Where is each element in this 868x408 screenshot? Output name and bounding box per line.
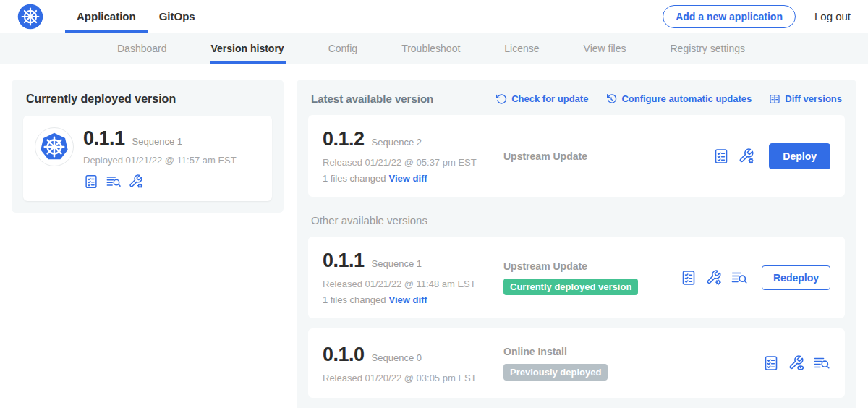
subnav-registry-settings[interactable]: Registry settings	[668, 33, 746, 64]
diff-versions-link[interactable]: Diff versions	[769, 93, 842, 105]
tab-gitops[interactable]: GitOps	[148, 0, 207, 33]
latest-version-title: Latest available version	[311, 93, 433, 105]
available-versions-panel: Latest available version Check for updat…	[297, 80, 856, 408]
subnav-config[interactable]: Config	[327, 33, 359, 64]
files-changed-label: 1 files changed	[323, 294, 386, 305]
preflight-checklist-icon[interactable]	[680, 269, 697, 286]
deployed-panel-title: Currently deployed version	[23, 93, 272, 106]
view-logs-icon[interactable]	[106, 174, 122, 190]
subnav-troubleshoot[interactable]: Troubleshoot	[400, 33, 461, 64]
kubernetes-logo-icon	[17, 4, 43, 30]
schedule-update-icon	[605, 93, 617, 105]
app-header: Application GitOps Add a new application…	[0, 0, 868, 33]
subnav-license[interactable]: License	[503, 33, 540, 64]
deployed-sequence-label: Sequence 1	[132, 136, 182, 147]
deploy-button[interactable]: Deploy	[769, 143, 830, 169]
version-card-0-1-2: 0.1.2 Sequence 2 Released 01/21/22 @ 05:…	[308, 115, 845, 197]
header-actions: Add a new application Log out	[663, 0, 851, 33]
kots-admin-console: Application GitOps Add a new application…	[0, 0, 868, 408]
diff-versions-label: Diff versions	[785, 93, 842, 104]
edit-config-icon[interactable]	[128, 174, 144, 190]
version-source-label: Online Install	[503, 346, 762, 357]
edit-config-icon[interactable]	[738, 148, 755, 165]
released-date: Released 01/21/22 @ 11:48 am EST	[323, 279, 503, 289]
view-config-icon[interactable]	[788, 354, 805, 372]
version-number: 0.1.2	[323, 128, 365, 150]
preflight-checklist-icon[interactable]	[712, 148, 730, 165]
version-card-0-1-1: 0.1.1 Sequence 1 Released 01/21/22 @ 11:…	[308, 237, 845, 318]
other-versions-title: Other available versions	[311, 214, 842, 226]
subnav-dashboard[interactable]: Dashboard	[116, 33, 169, 64]
view-diff-link[interactable]: View diff	[388, 294, 427, 305]
subnav-view-files[interactable]: View files	[582, 33, 628, 64]
refresh-icon	[495, 93, 507, 105]
preflight-checklist-icon[interactable]	[762, 354, 780, 372]
check-for-update-link[interactable]: Check for update	[495, 93, 588, 105]
released-date: Released 01/20/22 @ 03:05 pm EST	[323, 373, 503, 383]
files-changed-label: 1 files changed	[323, 173, 386, 184]
sequence-label: Sequence 0	[372, 352, 422, 363]
subnav-version-history[interactable]: Version history	[210, 33, 286, 64]
deployed-version-card: 0.1.1 Sequence 1 Deployed 01/21/22 @ 11:…	[23, 116, 272, 201]
version-card-0-1-0: 0.1.0 Sequence 0 Released 01/20/22 @ 03:…	[308, 328, 845, 398]
previously-deployed-badge: Previously deployed	[503, 364, 608, 381]
version-number: 0.1.1	[323, 250, 365, 272]
tab-application[interactable]: Application	[65, 0, 148, 33]
check-for-update-label: Check for update	[511, 93, 588, 104]
view-logs-icon[interactable]	[731, 269, 748, 286]
edit-config-icon[interactable]	[705, 269, 723, 286]
currently-deployed-panel: Currently deployed version 0.1.1 Sequenc…	[12, 80, 284, 213]
version-source-label: Upstream Update	[503, 260, 680, 272]
app-kubernetes-logo-icon	[35, 127, 74, 166]
header-tabs: Application GitOps	[65, 0, 207, 33]
diff-icon	[769, 93, 780, 105]
deployed-date: Deployed 01/21/22 @ 11:57 am EST	[83, 155, 237, 166]
sequence-label: Sequence 1	[372, 258, 422, 269]
preflight-checklist-icon[interactable]	[83, 174, 99, 190]
configure-automatic-updates-link[interactable]: Configure automatic updates	[605, 93, 752, 105]
view-diff-link[interactable]: View diff	[388, 173, 427, 184]
released-date: Released 01/21/22 @ 05:37 pm EST	[323, 157, 503, 168]
deployed-version-number: 0.1.1	[83, 127, 125, 150]
configure-automatic-updates-label: Configure automatic updates	[621, 93, 752, 104]
add-application-button[interactable]: Add a new application	[663, 5, 796, 28]
logout-link[interactable]: Log out	[814, 10, 851, 22]
sequence-label: Sequence 2	[372, 137, 422, 148]
app-subnav: Dashboard Version history Config Trouble…	[0, 33, 868, 64]
view-logs-icon[interactable]	[813, 354, 830, 372]
version-source-label: Upstream Update	[503, 150, 712, 162]
version-number: 0.1.0	[323, 344, 365, 366]
version-history-page: Currently deployed version 0.1.1 Sequenc…	[0, 64, 868, 408]
redeploy-button[interactable]: Redeploy	[762, 265, 830, 290]
currently-deployed-badge: Currently deployed version	[503, 279, 638, 295]
